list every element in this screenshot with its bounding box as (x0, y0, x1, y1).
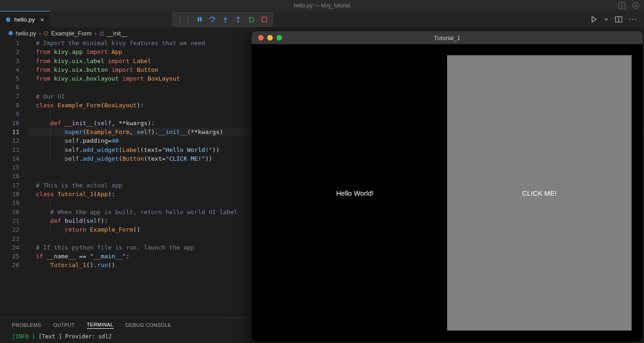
line-number: 25 (0, 252, 19, 261)
line-number: 23 (0, 234, 19, 243)
line-number: 21 (0, 216, 19, 225)
line-number: 3 (0, 57, 19, 65)
kivy-app-window: Tutorial_1 Hello World! CLICK ME! (252, 31, 643, 342)
panel-tab-debug-console[interactable]: DEBUG CONSOLE (126, 322, 172, 328)
method-symbol-icon: ◫ (99, 30, 104, 36)
editor-tabbar: ⬢ hello.py × ⋮⋮ ··· (0, 11, 644, 28)
panel-tab-output[interactable]: OUTPUT (53, 322, 75, 328)
line-number: 8 (0, 101, 19, 110)
line-number: 19 (0, 198, 19, 207)
app-body: Hello World! CLICK ME! (252, 44, 643, 342)
python-file-icon: ⬢ (6, 16, 11, 23)
line-number: 9 (0, 110, 19, 118)
more-actions-icon[interactable]: ··· (629, 15, 638, 23)
line-number-gutter: 1234567891011121314151617181920212223242… (0, 39, 28, 317)
close-window-icon[interactable] (258, 35, 264, 41)
step-out-button[interactable] (234, 15, 243, 24)
step-into-button[interactable] (221, 15, 230, 24)
line-number: 6 (0, 83, 19, 92)
breadcrumb-class[interactable]: Example_Form (51, 30, 92, 37)
split-editor-icon[interactable] (615, 16, 622, 23)
click-me-button[interactable]: CLICK ME! (447, 55, 632, 331)
line-number: 10 (0, 119, 19, 128)
svg-rect-4 (200, 17, 201, 22)
chevron-right-icon: › (39, 30, 41, 37)
line-number: 5 (0, 74, 19, 83)
restart-button[interactable] (247, 15, 256, 24)
line-number: 12 (0, 136, 19, 145)
line-number: 15 (0, 163, 19, 172)
log-text: [Text ] Provider: sdl2 (35, 333, 112, 340)
line-number: 24 (0, 243, 19, 252)
chevron-right-icon: › (94, 30, 96, 37)
tab-hello-py[interactable]: ⬢ hello.py × (0, 11, 50, 28)
app-title: Tutorial_1 (252, 35, 643, 41)
window-title: hello.py — kivy_tutorial (293, 2, 350, 9)
window-titlebar: hello.py — kivy_tutorial (0, 0, 644, 11)
run-dropdown-icon[interactable] (604, 17, 609, 22)
breadcrumb-symbol[interactable]: __init__ (107, 30, 128, 37)
run-button[interactable] (590, 16, 598, 23)
line-number: 20 (0, 208, 19, 216)
pause-button[interactable] (195, 15, 204, 24)
hello-world-label: Hello World! (263, 55, 447, 331)
line-number: 4 (0, 65, 19, 74)
python-file-icon: ⬢ (8, 30, 13, 36)
line-number: 18 (0, 190, 19, 198)
debug-toolbar: ⋮⋮ (172, 12, 273, 27)
line-number: 13 (0, 145, 19, 154)
minimize-window-icon[interactable] (267, 35, 273, 41)
line-number: 14 (0, 154, 19, 163)
line-number: 2 (0, 47, 19, 56)
tab-filename: hello.py (14, 16, 35, 23)
breadcrumb-file[interactable]: hello.py (16, 30, 36, 37)
maximize-window-icon[interactable] (276, 35, 282, 41)
svg-rect-3 (198, 17, 199, 22)
svg-point-7 (238, 21, 239, 22)
panel-tab-terminal[interactable]: TERMINAL (87, 322, 114, 329)
line-number: 22 (0, 225, 19, 234)
app-titlebar[interactable]: Tutorial_1 (252, 31, 643, 44)
class-symbol-icon: ⬡ (44, 30, 48, 36)
stop-button[interactable] (259, 15, 269, 24)
close-icon[interactable]: × (40, 16, 44, 23)
step-over-button[interactable] (208, 15, 217, 24)
svg-point-6 (225, 21, 226, 22)
line-number: 1 (0, 39, 19, 47)
line-number: 17 (0, 181, 19, 190)
svg-rect-8 (262, 17, 266, 22)
layout-panels-icon[interactable] (618, 2, 626, 9)
line-number: 11 (0, 128, 19, 136)
drag-grip-icon[interactable]: ⋮⋮ (177, 15, 191, 24)
panel-tab-problems[interactable]: PROBLEMS (12, 322, 41, 328)
download-circle-icon[interactable] (632, 2, 639, 9)
svg-point-5 (212, 21, 213, 22)
line-number: 26 (0, 261, 19, 269)
log-level: [INFO ] (12, 333, 35, 340)
line-number: 16 (0, 172, 19, 180)
line-number: 7 (0, 92, 19, 101)
